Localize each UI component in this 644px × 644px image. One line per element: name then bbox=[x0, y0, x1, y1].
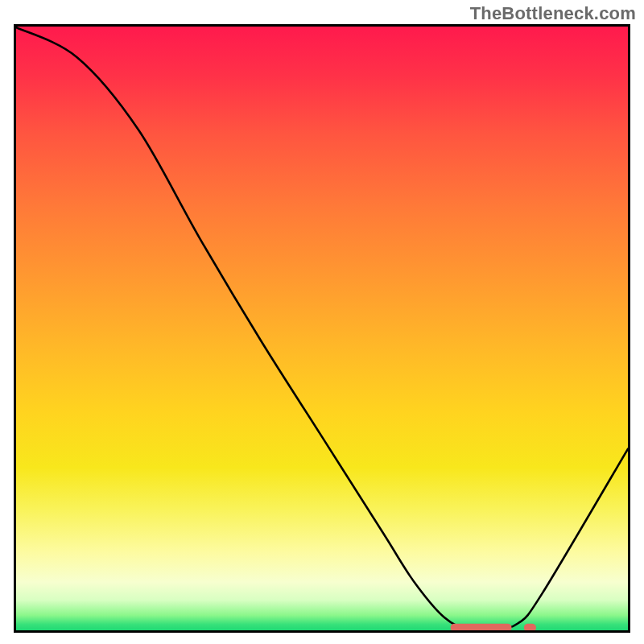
attribution-text: TheBottleneck.com bbox=[470, 3, 636, 24]
curve-path bbox=[16, 27, 628, 630]
svg-rect-1 bbox=[524, 624, 536, 630]
svg-rect-0 bbox=[451, 624, 512, 630]
optimal-markers bbox=[451, 624, 536, 630]
bottleneck-curve bbox=[16, 27, 628, 630]
chart-plot-area bbox=[14, 24, 630, 633]
